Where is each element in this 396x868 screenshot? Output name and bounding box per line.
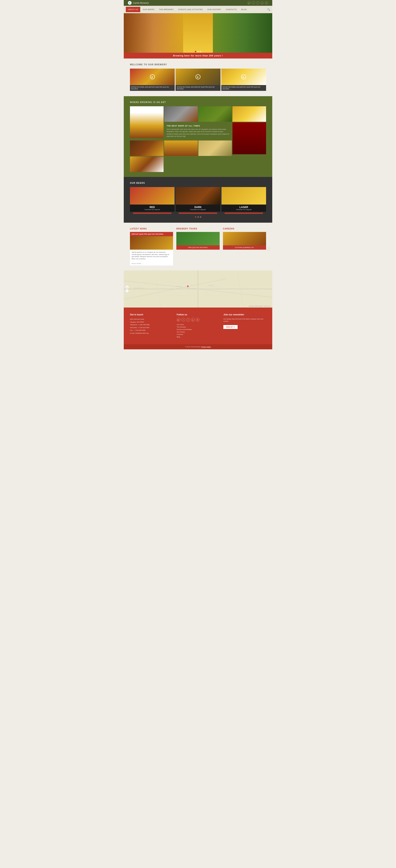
beer-dot-1[interactable] <box>195 216 196 218</box>
careers-image <box>223 232 266 245</box>
gallery-grid: The Best Beer of All Times Sed ut perspi… <box>130 106 266 172</box>
map-zoom-out[interactable]: − <box>125 289 129 292</box>
video-card-1[interactable]: ▶ EPSUM FACTORIAL NON DEPOSIT QUID PRO Q… <box>130 69 175 91</box>
gallery-img-pour[interactable] <box>164 141 198 156</box>
linkedin-icon[interactable]: in <box>265 1 268 4</box>
play-button-3[interactable]: ▶ <box>241 74 246 79</box>
gallery-img-beer-foam[interactable] <box>130 106 164 138</box>
beer-dot-2[interactable] <box>197 216 199 218</box>
gallery-img-machinery[interactable] <box>164 106 198 122</box>
brewery-tours-card[interactable]: Pro Quo Hic Escorol <box>176 232 220 250</box>
signup-button[interactable]: SIGN UP >> <box>223 325 237 329</box>
social-icons-top: g+ t f p in <box>248 1 268 4</box>
beer-card-lager[interactable]: LAGER Factorial non deposit SHOP NOW <box>222 187 266 214</box>
hero-section: Brewing beer for more than 200 years ! <box>124 13 272 59</box>
privacy-policy-link[interactable]: Privacy policy <box>201 346 211 348</box>
read-more-button[interactable]: READ MORE → <box>130 261 173 266</box>
map-background: MAIN ST ELM AVE Industrial Park 📍 + − Ma… <box>124 271 272 308</box>
svg-text:Industrial Park: Industrial Park <box>134 287 143 289</box>
brewery-tours-title: Brewery Tours <box>176 227 220 230</box>
footer-link-history[interactable]: Our history <box>177 331 220 333</box>
map-watermark: Map data ©2013 Google · Terms of Use <box>249 306 271 307</box>
beer-lager-type: LAGER <box>223 206 265 209</box>
footer-link-beers[interactable]: Our beers <box>177 323 220 326</box>
shop-now-lager[interactable]: SHOP NOW <box>225 213 263 214</box>
latest-news-text: OlyCal quarrels ut ut, conuguim ab nec h… <box>130 250 173 261</box>
welcome-title: Welcome to Our Brewery <box>130 63 266 66</box>
footer-google-icon[interactable]: g+ <box>177 318 180 321</box>
facebook-icon[interactable]: f <box>256 1 259 4</box>
hero-dot-3[interactable] <box>200 51 201 52</box>
footer-link-events[interactable]: Events and Activities <box>177 329 220 331</box>
careers-card[interactable]: Olypian Quarrels Et <box>223 232 266 250</box>
svg-text:MAIN ST: MAIN ST <box>175 285 182 287</box>
footer-bottom: © 2014 Curtis brewery. Privacy policy <box>124 344 272 349</box>
scroll-right-button[interactable]: › <box>266 247 270 251</box>
nav-beers[interactable]: Our Beers <box>141 7 157 12</box>
hero-dot-1[interactable] <box>195 51 196 52</box>
beers-section: Our Beers RED Factorial non deposit SHOP… <box>124 177 272 223</box>
video-caption-1: EPSUM FACTORIAL NON DEPOSIT QUID PRO QUO… <box>130 85 175 91</box>
nav-events[interactable]: Events and Activities <box>176 7 205 12</box>
hero-dots <box>195 51 201 52</box>
footer-linkedin-icon[interactable]: in <box>196 318 199 321</box>
search-button[interactable]: 🔍 <box>267 8 270 11</box>
hero-dot-2[interactable] <box>197 51 199 52</box>
beer-carousel-dots <box>130 216 266 218</box>
play-button-1[interactable]: ▶ <box>150 74 155 79</box>
footer-contact-col: Get in touch 8901 Marmora Road Glasgow, … <box>130 313 173 338</box>
video-card-2[interactable]: ▶ EPSUM FACTORIAL NON DEPOSIT QUID PRO Q… <box>175 69 220 91</box>
gallery-img-bottle[interactable] <box>130 141 164 156</box>
main-nav: About Us Our Beers The Brewery Events an… <box>124 6 272 13</box>
video-thumb-1: ▶ <box>130 69 175 85</box>
gallery-img-hops[interactable] <box>198 106 232 122</box>
footer-facebook-icon[interactable]: f <box>186 318 190 321</box>
beer-card-red[interactable]: RED Factorial non deposit SHOP NOW <box>130 187 174 214</box>
video-card-3[interactable]: ▶ EPSUM FACTORIAL NON DEPOSIT QUID PRO Q… <box>221 69 266 91</box>
nav-history[interactable]: Our History <box>205 7 223 12</box>
beer-dot-3[interactable] <box>200 216 201 218</box>
nav-blog[interactable]: Blog <box>239 7 249 12</box>
footer-link-contacts[interactable]: Contacts <box>177 334 220 335</box>
shop-now-red[interactable]: SHOP NOW <box>133 213 171 214</box>
beer-red-desc: Factorial non deposit <box>131 209 173 211</box>
best-beer-text: Sed ut perspiciatis unde omnis iste natu… <box>167 128 230 137</box>
best-beer-title: The Best Beer of All Times <box>167 125 230 127</box>
footer-link-brewery[interactable]: The brewery <box>177 326 220 328</box>
beers-grid: RED Factorial non deposit SHOP NOW DARK … <box>130 187 266 214</box>
careers-col: Careers Olypian Quarrels Et <box>223 227 266 266</box>
map-controls: + − <box>125 285 129 292</box>
nav-brewery[interactable]: The Brewery <box>157 7 176 12</box>
careers-caption: Olypian Quarrels Et <box>223 245 266 250</box>
gallery-img-dark-beer[interactable] <box>232 122 266 154</box>
news-section: Latest News Deposit Quid Pro Quo Hic Esc… <box>124 223 272 271</box>
shop-now-dark[interactable]: SHOP NOW <box>179 213 217 214</box>
play-button-2[interactable]: ▶ <box>196 74 200 79</box>
pinterest-icon[interactable]: p <box>260 1 264 4</box>
footer-newsletter-text: And always stay informed of the latest c… <box>223 318 266 322</box>
gallery-img-wheat[interactable] <box>198 141 232 156</box>
beers-title: Our Beers <box>130 182 266 184</box>
video-thumb-3: ▶ <box>221 69 266 85</box>
footer-twitter-icon[interactable]: t <box>181 318 185 321</box>
footer-newsletter-col: Join our newsletter And always stay info… <box>223 313 266 338</box>
footer-follow-col: Follow us g+ t f p in Our beers The brew… <box>177 313 220 338</box>
brewery-tours-image <box>176 232 220 245</box>
map-zoom-in[interactable]: + <box>125 285 129 289</box>
footer-pinterest-icon[interactable]: p <box>191 318 195 321</box>
beer-red-image <box>130 187 174 205</box>
hero-left-panel <box>124 13 183 59</box>
nav-contacts[interactable]: Contacts <box>224 7 239 12</box>
twitter-icon[interactable]: t <box>252 1 255 4</box>
gallery-img-glass[interactable] <box>232 106 266 122</box>
logo-text: Curtis brewery <box>133 1 149 4</box>
latest-news-card[interactable]: Deposit Quid Pro Quo Hic Escorol OlyCal … <box>130 232 173 266</box>
nav-about[interactable]: About Us <box>126 7 140 12</box>
beer-dark-type: DARK <box>177 206 219 209</box>
latest-news-image <box>130 236 173 250</box>
beer-lager-image <box>222 187 266 205</box>
footer-link-blog[interactable]: Blog <box>177 336 220 338</box>
gallery-img-mug[interactable] <box>130 157 164 172</box>
google-plus-icon[interactable]: g+ <box>248 1 251 4</box>
beer-card-dark[interactable]: DARK Factorial non deposit SHOP NOW <box>176 187 220 214</box>
